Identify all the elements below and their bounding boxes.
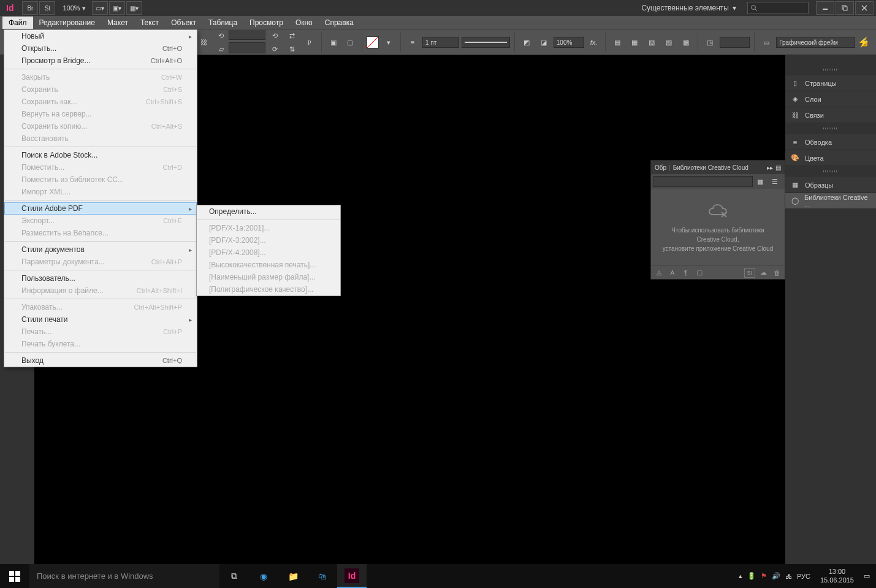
screen-mode-button[interactable]: ▣▾ <box>109 1 125 15</box>
zoom-level[interactable]: 100% ▾ <box>63 4 85 12</box>
panel-layers[interactable]: ◈Слои <box>785 91 876 107</box>
cc-collapse-icon[interactable]: ▸▸ <box>767 164 773 171</box>
tray-lang[interactable]: РУС <box>797 573 810 580</box>
cc-foot-color-icon[interactable]: ▢ <box>694 268 705 278</box>
file-menu-item[interactable]: Открыть...Ctrl+O <box>4 42 197 55</box>
file-menu-item[interactable]: Пользователь... <box>4 272 197 284</box>
cc-tab-title[interactable]: Библиотеки Creative Cloud <box>673 164 748 171</box>
fill-dropdown-icon[interactable]: ▾ <box>382 36 395 48</box>
menu-объект[interactable]: Объект <box>165 17 202 29</box>
help-search[interactable] <box>747 2 809 14</box>
tray-clock[interactable]: 13:00 15.06.2015 <box>815 568 859 584</box>
menu-просмотр[interactable]: Просмотр <box>243 17 289 29</box>
tray-security-icon[interactable]: ⚑ <box>761 572 767 580</box>
file-menu-item[interactable]: Стили документов <box>4 243 197 256</box>
pdf-submenu-item[interactable]: Определить... <box>197 205 340 218</box>
tray-notifications-icon[interactable]: ▭ <box>864 572 870 580</box>
shape-type-field[interactable]: Графический фрейм <box>776 37 855 48</box>
reflection-p-icon[interactable]: P <box>303 36 316 48</box>
taskbar-explorer-icon[interactable]: 📁 <box>278 564 308 588</box>
workspace-switcher[interactable]: Существенные элементы▾ <box>636 2 741 13</box>
rotate-ccw-icon[interactable]: ⟲ <box>269 29 282 42</box>
panel-color[interactable]: 🎨Цвета <box>785 150 876 166</box>
cc-menu-icon[interactable]: ▤ <box>775 164 781 171</box>
panel-links[interactable]: ⛓Связи <box>785 107 876 123</box>
menu-separator <box>5 352 196 353</box>
text-wrap-none-icon[interactable]: ▤ <box>611 36 624 48</box>
panel-pages[interactable]: ▯Страницы <box>785 75 876 91</box>
tray-up-icon[interactable]: ▴ <box>739 572 742 580</box>
menu-item-shortcut: Ctrl+Alt+S <box>151 123 182 130</box>
cc-tab-left[interactable]: Обр <box>655 164 666 171</box>
fill-swatch[interactable] <box>367 36 379 48</box>
stroke-weight-field[interactable]: 1 пт <box>422 37 459 48</box>
file-menu-item[interactable]: Поиск в Adobe Stock... <box>4 149 197 161</box>
task-view-icon[interactable]: ⧉ <box>219 564 249 588</box>
cc-foot-trash-icon[interactable]: 🗑 <box>771 268 782 278</box>
taskbar-edge-icon[interactable]: ◉ <box>249 564 278 588</box>
file-menu-item[interactable]: Стили Adobe PDF <box>4 202 197 215</box>
cc-library-select[interactable] <box>653 176 753 187</box>
select-container-icon[interactable]: ▣ <box>327 36 340 48</box>
panel-cc-libraries[interactable]: ◯Библиотеки Creative ... <box>785 193 876 209</box>
taskbar-indesign-icon[interactable]: Id <box>337 564 367 588</box>
cc-foot-cloud-icon[interactable]: ☁ <box>758 268 769 278</box>
text-wrap-column-icon[interactable]: ▩ <box>679 36 693 48</box>
text-wrap-jump-icon[interactable]: ▨ <box>662 36 676 48</box>
publish-online-icon[interactable]: ⚡ <box>858 36 870 48</box>
pdf-submenu-item: [Полиграфическое качество]... <box>197 283 340 296</box>
cc-cloud-icon <box>706 201 730 218</box>
view-options-button[interactable]: ▭▾ <box>92 1 108 15</box>
corner-field[interactable] <box>720 37 750 48</box>
bridge-button[interactable]: Br <box>22 1 38 15</box>
shear-field[interactable] <box>229 42 265 53</box>
menu-справка[interactable]: Справка <box>319 17 360 29</box>
convert-shape-icon[interactable]: ▭ <box>760 36 773 48</box>
constrain-scale-icon[interactable]: ⛓ <box>197 36 211 48</box>
text-wrap-bound-icon[interactable]: ▦ <box>628 36 641 48</box>
menu-редактирование[interactable]: Редактирование <box>33 17 101 29</box>
fx-icon[interactable]: fx. <box>587 36 601 48</box>
tray-battery-icon[interactable]: 🔋 <box>747 572 756 580</box>
drop-shadow-icon[interactable]: ◪ <box>537 36 550 48</box>
cc-grid-view-icon[interactable]: ▦ <box>753 175 767 188</box>
panel-stroke[interactable]: ≡Обводка <box>785 134 876 150</box>
flip-v-icon[interactable]: ⇅ <box>286 43 299 55</box>
taskbar-store-icon[interactable]: 🛍 <box>308 564 337 588</box>
cc-foot-para-icon[interactable]: ¶ <box>680 268 691 278</box>
tray-volume-icon[interactable]: 🔊 <box>772 572 780 580</box>
minimize-button[interactable] <box>816 1 834 15</box>
flip-h-icon[interactable]: ⇄ <box>286 29 299 42</box>
text-wrap-shape-icon[interactable]: ▧ <box>645 36 658 48</box>
cc-foot-char-icon[interactable]: A <box>667 268 678 278</box>
menu-item-label: Восстановить <box>21 134 69 143</box>
rotate-cw-icon[interactable]: ⟳ <box>269 43 282 55</box>
select-content-icon[interactable]: ▢ <box>343 36 357 48</box>
menu-окно[interactable]: Окно <box>289 17 319 29</box>
menu-макет[interactable]: Макет <box>101 17 134 29</box>
stock-button[interactable]: St <box>39 1 55 15</box>
taskbar-search[interactable]: Поиск в интернете и в Windows <box>29 564 219 588</box>
arrange-button[interactable]: ▦▾ <box>126 1 142 15</box>
opacity-basic-icon[interactable]: ◩ <box>520 36 533 48</box>
file-menu-item[interactable]: Новый <box>4 30 197 42</box>
menu-таблица[interactable]: Таблица <box>202 17 243 29</box>
menu-текст[interactable]: Текст <box>134 17 165 29</box>
opacity-field[interactable]: 100% <box>554 37 584 48</box>
maximize-button[interactable] <box>836 1 854 15</box>
cc-list-view-icon[interactable]: ☰ <box>768 175 782 188</box>
panel-swatches[interactable]: ▦Образцы <box>785 177 876 193</box>
file-menu-item[interactable]: Просмотр в Bridge...Ctrl+Alt+O <box>4 55 197 67</box>
menu-файл[interactable]: Файл <box>2 17 33 29</box>
start-button[interactable] <box>0 564 29 588</box>
file-menu-item[interactable]: Стили печати <box>4 313 197 326</box>
tray-network-icon[interactable]: 🖧 <box>785 573 792 580</box>
cc-foot-artwork-icon[interactable]: ◬ <box>653 268 665 278</box>
rotate-field[interactable] <box>229 29 265 40</box>
close-button[interactable] <box>855 1 874 15</box>
stroke-style-field[interactable] <box>462 37 511 48</box>
cc-foot-stock-icon[interactable]: St <box>744 268 755 278</box>
file-menu-item[interactable]: ВыходCtrl+Q <box>4 354 197 367</box>
menu-item-shortcut: Ctrl+D <box>163 164 182 171</box>
corner-options-icon[interactable]: ◳ <box>703 36 717 48</box>
